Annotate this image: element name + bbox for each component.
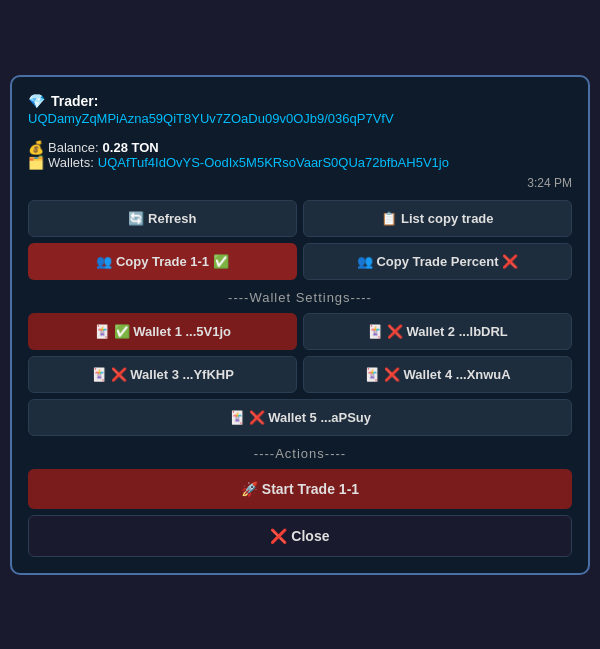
wallets-icon: 🗂️ <box>28 155 44 170</box>
main-card: 💎 Trader: UQDamyZqMPiAzna59QiT8YUv7ZOaDu… <box>10 75 590 575</box>
balance-value: 0.28 TON <box>103 140 159 155</box>
trader-label: 💎 Trader: <box>28 93 572 109</box>
copy-trade-percent-button[interactable]: 👥 Copy Trade Percent ❌ <box>303 243 572 280</box>
trader-section: 💎 Trader: UQDamyZqMPiAzna59QiT8YUv7ZOaDu… <box>28 93 572 126</box>
trader-title: Trader: <box>51 93 98 109</box>
wallets-row: 🗂️ Wallets: UQAfTuf4IdOvYS-OodIx5M5KRsoV… <box>28 155 572 170</box>
refresh-button[interactable]: 🔄 Refresh <box>28 200 297 237</box>
wallet-row-2: 🃏 ❌ Wallet 3 ...YfKHP 🃏 ❌ Wallet 4 ...Xn… <box>28 356 572 393</box>
time-row: 3:24 PM <box>28 176 572 190</box>
time-label: 3:24 PM <box>527 176 572 190</box>
balance-icon: 💰 <box>28 140 44 155</box>
wallet-settings-divider: ----Wallet Settings---- <box>28 290 572 305</box>
app-container: 💎 Trader: UQDamyZqMPiAzna59QiT8YUv7ZOaDu… <box>0 0 600 649</box>
wallet-row-1: 🃏 ✅ Wallet 1 ...5V1jo 🃏 ❌ Wallet 2 ...lb… <box>28 313 572 350</box>
wallet-row-3: 🃏 ❌ Wallet 5 ...aPSuy <box>28 399 572 436</box>
diamond-icon: 💎 <box>28 93 45 109</box>
wallet-2-button[interactable]: 🃏 ❌ Wallet 2 ...lbDRL <box>303 313 572 350</box>
wallet-5-button[interactable]: 🃏 ❌ Wallet 5 ...aPSuy <box>28 399 572 436</box>
balance-label: Balance: <box>48 140 99 155</box>
wallets-label: Wallets: <box>48 155 94 170</box>
close-button[interactable]: ❌ Close <box>28 515 572 557</box>
wallet-1-button[interactable]: 🃏 ✅ Wallet 1 ...5V1jo <box>28 313 297 350</box>
start-trade-button[interactable]: 🚀 Start Trade 1-1 <box>28 469 572 509</box>
copy-trade-1-1-button[interactable]: 👥 Copy Trade 1-1 ✅ <box>28 243 297 280</box>
wallets-address: UQAfTuf4IdOvYS-OodIx5M5KRsoVaarS0QUa72bf… <box>98 155 449 170</box>
wallet-4-button[interactable]: 🃏 ❌ Wallet 4 ...XnwuA <box>303 356 572 393</box>
balance-section: 💰 Balance: 0.28 TON 🗂️ Wallets: UQAfTuf4… <box>28 140 572 170</box>
actions-divider: ----Actions---- <box>28 446 572 461</box>
wallet-3-button[interactable]: 🃏 ❌ Wallet 3 ...YfKHP <box>28 356 297 393</box>
list-copy-trade-button[interactable]: 📋 List copy trade <box>303 200 572 237</box>
trader-address: UQDamyZqMPiAzna59QiT8YUv7ZOaDu09v0OJb9/0… <box>28 111 572 126</box>
balance-row: 💰 Balance: 0.28 TON <box>28 140 572 155</box>
top-buttons-row: 🔄 Refresh 📋 List copy trade <box>28 200 572 237</box>
copy-trade-buttons-row: 👥 Copy Trade 1-1 ✅ 👥 Copy Trade Percent … <box>28 243 572 280</box>
